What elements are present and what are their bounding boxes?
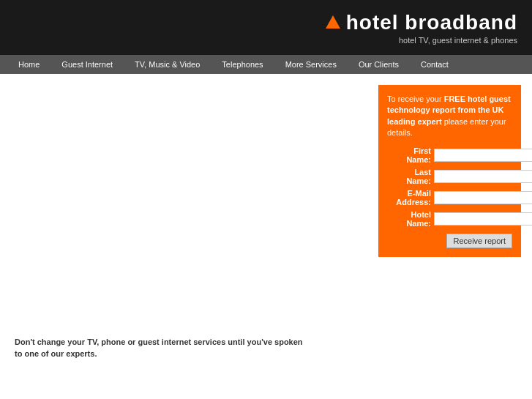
main-content: To receive your FREE hotel guest technol… (0, 74, 532, 374)
nav-item-telephones[interactable]: Telephones (211, 55, 274, 74)
first-name-input[interactable] (434, 149, 532, 162)
brand-tagline: hotel TV, guest internet & phones (399, 36, 517, 45)
email-label: E-MailAddress: (387, 189, 431, 206)
brand: hotel broadband hotel TV, guest internet… (326, 11, 517, 45)
nav-item-tv-music-video[interactable]: TV, Music & Video (124, 55, 211, 74)
last-name-label: LastName: (387, 168, 431, 185)
footer-text: Don't change your TV, phone or guest int… (15, 337, 307, 359)
logo-row: hotel broadband (326, 11, 517, 34)
nav-item-guest-internet[interactable]: Guest Internet (50, 55, 124, 74)
email-input[interactable] (434, 191, 532, 204)
footer-message: Don't change your TV, phone or guest int… (15, 338, 303, 357)
hotel-name-input[interactable] (434, 212, 532, 225)
hotel-name-row: HotelName: (387, 210, 512, 228)
receive-report-button[interactable]: Receive report (446, 234, 512, 248)
navigation: HomeGuest InternetTV, Music & VideoTelep… (0, 55, 532, 74)
nav-item-our-clients[interactable]: Our Clients (348, 55, 410, 74)
header: hotel broadband hotel TV, guest internet… (0, 0, 532, 55)
hotel-name-label: HotelName: (387, 210, 431, 228)
form-intro: To receive your FREE hotel guest technol… (387, 94, 512, 139)
first-name-label: FirstName: (387, 146, 431, 164)
nav-item-home[interactable]: Home (7, 55, 50, 74)
form-panel: To receive your FREE hotel guest technol… (378, 85, 521, 257)
submit-row: Receive report (387, 234, 512, 248)
brand-name: hotel broadband (346, 11, 517, 34)
first-name-row: FirstName: (387, 146, 512, 164)
last-name-row: LastName: (387, 168, 512, 185)
email-row: E-MailAddress: (387, 189, 512, 206)
last-name-input[interactable] (434, 170, 532, 183)
arrow-icon (326, 15, 340, 29)
nav-item-contact[interactable]: Contact (410, 55, 460, 74)
nav-item-more-services[interactable]: More Services (274, 55, 348, 74)
